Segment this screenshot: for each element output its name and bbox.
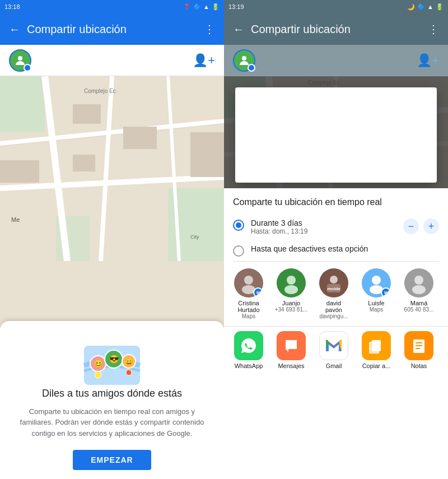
map-svg: Complejo Ec Me City: [0, 76, 224, 261]
contact-david-avatar: molde: [319, 268, 348, 297]
contact-juanjo[interactable]: Juanjo +34 693 81...: [271, 268, 311, 319]
cristina-maps-badge: M: [253, 287, 263, 297]
apps-row: WhatsApp Mensajes: [224, 326, 448, 374]
gmail-label: Gmail: [326, 362, 342, 369]
svg-point-43: [287, 276, 296, 285]
right-add-person-button[interactable]: 👤+: [417, 53, 439, 68]
radio-until-disabled[interactable]: [233, 245, 244, 257]
svg-rect-14: [0, 160, 39, 183]
svg-text:😊: 😊: [94, 359, 104, 369]
dialog-card: [235, 87, 437, 183]
right-wifi-icon: ▲: [427, 3, 433, 10]
left-time: 13:18: [4, 3, 20, 10]
mama-name: Mamá: [410, 300, 428, 306]
svg-point-53: [414, 276, 423, 285]
right-moon-icon: 🌙: [407, 3, 415, 11]
right-user-avatar[interactable]: [233, 49, 255, 72]
option-3-days-text: Durante 3 días Hasta: dom., 13:19: [251, 218, 396, 235]
svg-text:molde: molde: [327, 286, 340, 291]
david-name: david: [326, 300, 341, 306]
cristina-name2: Hurtado: [237, 306, 259, 313]
svg-point-27: [126, 370, 132, 375]
svg-rect-15: [190, 132, 224, 177]
svg-text:City: City: [190, 234, 199, 240]
add-person-button[interactable]: 👤+: [193, 53, 215, 68]
svg-point-40: [244, 276, 253, 285]
right-panel: 13:19 🌙 🔷 ▲ 🔋 ← Compartir ubicación ⋮ 👤+: [224, 0, 448, 479]
cristina-sub: Maps: [242, 313, 255, 319]
left-menu-button[interactable]: ⋮: [204, 22, 215, 36]
bottom-sheet: Comparte tu ubicación en tiempo real Dur…: [224, 188, 448, 479]
whatsapp-label: WhatsApp: [235, 362, 263, 369]
right-battery-icon: 🔋: [436, 3, 444, 11]
svg-text:😄: 😄: [125, 357, 133, 366]
duration-controls: − +: [403, 218, 439, 234]
promo-card: 😊 😎 😄 Diles a tus amigos dónde estás Com…: [0, 321, 224, 480]
battery-icon: 🔋: [212, 3, 220, 11]
contact-luisfe[interactable]: M Luisfe Maps: [356, 268, 396, 319]
svg-text:Me: Me: [11, 216, 20, 223]
svg-text:😎: 😎: [109, 355, 119, 364]
app-copiar[interactable]: Copiar a...: [356, 331, 396, 369]
contact-mama[interactable]: Mamá 605 40 83...: [399, 268, 439, 319]
contact-cristina-avatar: M: [234, 268, 263, 297]
contact-luisfe-avatar: M: [362, 268, 391, 297]
contact-mama-avatar: [404, 268, 433, 297]
right-back-button[interactable]: ←: [233, 23, 244, 36]
left-status-icons: 📍 🔷 ▲ 🔋: [183, 3, 220, 11]
left-back-button[interactable]: ←: [9, 23, 20, 36]
right-menu-button[interactable]: ⋮: [428, 22, 439, 36]
whatsapp-icon: [234, 331, 263, 360]
promo-illustration: 😊 😎 😄: [76, 334, 148, 388]
option-3-days-label: Durante 3 días: [251, 218, 396, 227]
empezar-button[interactable]: EMPEZAR: [73, 450, 151, 470]
option-until-disabled-text: Hasta que desactives esta opción: [251, 244, 439, 253]
right-header-title: Compartir ubicación: [251, 23, 421, 36]
right-header: ← Compartir ubicación ⋮: [224, 13, 448, 45]
svg-point-54: [412, 285, 426, 294]
right-status-bar: 13:19 🌙 🔷 ▲ 🔋: [224, 0, 448, 13]
mama-sub: 605 40 83...: [404, 306, 434, 313]
notas-icon: [404, 331, 433, 360]
left-panel: 13:18 📍 🔷 ▲ 🔋 ← Compartir ubicación ⋮ 👤+: [0, 0, 224, 479]
svg-text:Complejo Ec: Complejo Ec: [84, 88, 116, 94]
gmail-icon: [319, 331, 348, 360]
decrease-duration-button[interactable]: −: [403, 218, 419, 234]
increase-duration-button[interactable]: +: [423, 218, 439, 234]
app-mensajes[interactable]: Mensajes: [271, 331, 311, 369]
left-user-avatar[interactable]: [9, 49, 31, 72]
svg-rect-11: [73, 104, 101, 124]
left-status-bar: 13:18 📍 🔷 ▲ 🔋: [0, 0, 224, 13]
avatar-online-badge: [24, 64, 31, 72]
svg-point-50: [372, 276, 381, 285]
contact-david[interactable]: molde david pavón davipingu...: [314, 268, 354, 319]
app-gmail[interactable]: Gmail: [314, 331, 354, 369]
contact-cristina[interactable]: M Cristina Hurtado Maps: [228, 268, 269, 319]
svg-point-0: [18, 56, 22, 61]
option-until-disabled-label: Hasta que desactives esta opción: [251, 244, 439, 253]
option-3-days[interactable]: Durante 3 días Hasta: dom., 13:19 − +: [224, 214, 448, 240]
copiar-icon: [362, 331, 391, 360]
copiar-label: Copiar a...: [362, 362, 391, 369]
luisfe-maps-badge: M: [381, 287, 391, 297]
option-until-disabled[interactable]: Hasta que desactives esta opción: [224, 240, 448, 261]
bluetooth-icon: 🔷: [193, 3, 201, 11]
svg-point-26: [95, 371, 101, 378]
app-notas[interactable]: Notas: [399, 331, 439, 369]
svg-rect-57: [370, 342, 379, 354]
right-map-overlay: Complejo Ec Me: [224, 76, 448, 188]
app-whatsapp[interactable]: WhatsApp: [228, 331, 269, 369]
svg-point-46: [330, 276, 338, 283]
right-bluetooth-icon: 🔷: [417, 3, 425, 11]
contacts-row: M Cristina Hurtado Maps Juanjo +34 693 8…: [224, 262, 448, 326]
left-header: ← Compartir ubicación ⋮: [0, 13, 224, 45]
mensajes-icon: [277, 331, 306, 360]
promo-description: Comparte tu ubicación en tiempo real con…: [13, 406, 211, 439]
juanjo-sub: +34 693 81...: [275, 306, 308, 313]
radio-3-days[interactable]: [233, 220, 244, 231]
left-avatar-bar: 👤+: [0, 45, 224, 76]
notas-label: Notas: [411, 362, 427, 369]
svg-point-28: [242, 56, 246, 61]
wifi-icon: ▲: [203, 3, 209, 10]
svg-rect-2: [0, 76, 45, 132]
